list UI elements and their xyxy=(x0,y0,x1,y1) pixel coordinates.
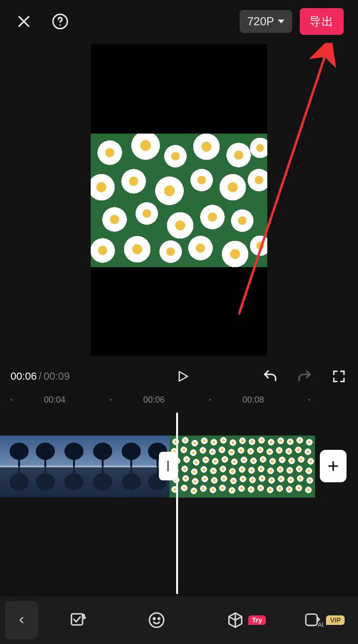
export-label: 导出 xyxy=(309,15,334,28)
tool-effects[interactable] xyxy=(38,611,117,630)
svg-point-3 xyxy=(60,24,61,26)
tool-ai[interactable]: VIP AI xyxy=(274,611,353,630)
try-badge: Try xyxy=(248,615,266,625)
playhead[interactable] xyxy=(176,413,178,594)
svg-marker-4 xyxy=(179,372,188,381)
svg-point-11 xyxy=(149,613,164,627)
video-preview[interactable] xyxy=(91,44,267,356)
vip-badge: VIP xyxy=(326,615,345,625)
bottom-toolbar: Try VIP AI xyxy=(0,596,358,644)
svg-point-13 xyxy=(158,618,159,619)
add-clip-button[interactable] xyxy=(320,450,347,482)
play-button[interactable] xyxy=(175,368,191,384)
back-button[interactable] xyxy=(5,601,38,639)
clip-2[interactable] xyxy=(169,436,315,498)
resolution-label: 720P xyxy=(247,15,274,28)
playback-controls: 00:06 / 00:09 xyxy=(0,356,358,393)
duration: 00:09 xyxy=(43,370,70,383)
svg-point-12 xyxy=(153,618,155,619)
tool-3d[interactable]: Try xyxy=(196,611,274,630)
ruler-tick: 00:08 xyxy=(242,395,264,405)
clip-1[interactable] xyxy=(0,436,169,498)
transition-button[interactable] xyxy=(159,452,177,480)
time-ruler[interactable]: 00:04 00:06 00:08 xyxy=(0,393,358,407)
svg-text:AI: AI xyxy=(317,622,323,628)
svg-rect-14 xyxy=(305,614,317,625)
svg-point-10 xyxy=(84,617,85,619)
current-time: 00:06 xyxy=(11,370,37,383)
help-icon[interactable] xyxy=(51,12,70,31)
redo-button[interactable] xyxy=(296,368,313,385)
tool-stickers[interactable] xyxy=(117,611,196,630)
svg-point-9 xyxy=(82,614,84,616)
preview-frame xyxy=(91,134,267,267)
export-button[interactable]: 导出 xyxy=(300,8,344,35)
header-bar: 720P 导出 xyxy=(0,0,358,43)
ruler-tick: 00:06 xyxy=(143,395,165,405)
resolution-button[interactable]: 720P xyxy=(240,10,292,33)
time-display: 00:06 / 00:09 xyxy=(11,370,70,383)
ruler-tick: 00:04 xyxy=(44,395,65,405)
fullscreen-button[interactable] xyxy=(330,368,347,385)
timeline[interactable] xyxy=(0,413,358,603)
close-icon[interactable] xyxy=(14,12,33,31)
video-track xyxy=(0,436,358,498)
undo-button[interactable] xyxy=(262,368,279,385)
chevron-down-icon xyxy=(278,20,284,23)
